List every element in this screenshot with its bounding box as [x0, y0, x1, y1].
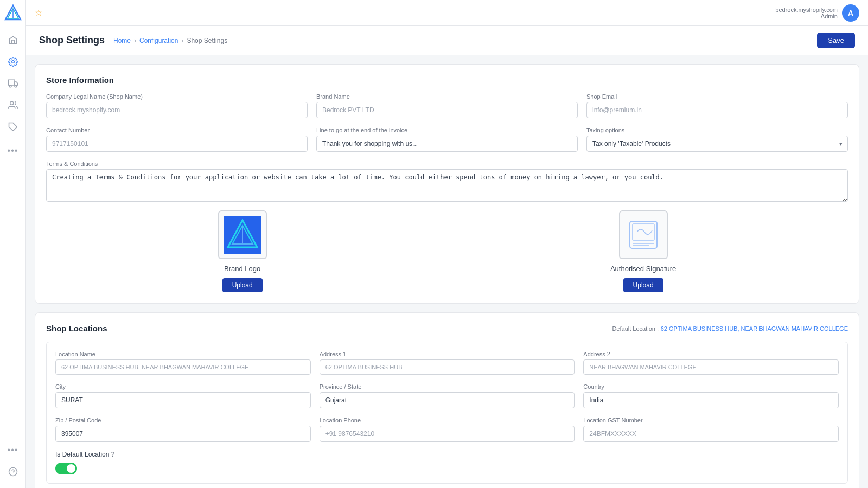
- locations-title: Shop Locations: [46, 324, 107, 333]
- authorised-sig-upload-button[interactable]: Upload: [623, 278, 663, 292]
- company-name-group: Company Legal Name (Shop Name): [46, 93, 308, 118]
- topbar-left: ☆: [35, 8, 42, 18]
- location-gst-group: Location GST Number: [583, 417, 839, 442]
- shop-email-input[interactable]: [586, 102, 848, 118]
- terms-label: Terms & Conditions: [46, 160, 848, 167]
- authorised-sig-label: Authorised Signature: [610, 265, 676, 273]
- store-info-title: Store Information: [46, 75, 848, 85]
- sidebar-item-help[interactable]: [3, 462, 23, 481]
- brand-logo-preview: [218, 210, 267, 259]
- terms-group: Terms & Conditions Creating a Terms & Co…: [46, 160, 848, 202]
- svg-point-3: [11, 61, 14, 63]
- terms-textarea[interactable]: Creating a Terms & Conditions for your a…: [46, 169, 848, 202]
- breadcrumb-current: Shop Settings: [187, 37, 227, 44]
- avatar[interactable]: A: [842, 4, 859, 22]
- location-name-input[interactable]: [55, 359, 311, 375]
- contact-label: Contact Number: [46, 127, 308, 133]
- address1-label: Address 1: [320, 351, 575, 357]
- location-phone-group: Location Phone: [320, 417, 575, 442]
- contact-group: Contact Number: [46, 127, 308, 152]
- store-info-card: Store Information Company Legal Name (Sh…: [35, 64, 859, 304]
- save-button[interactable]: Save: [817, 33, 855, 48]
- address1-input[interactable]: [320, 359, 575, 375]
- address2-label: Address 2: [583, 351, 839, 357]
- breadcrumb-sep-1: ›: [134, 37, 136, 44]
- zip-group: Zip / Postal Code: [55, 417, 311, 442]
- country-label: Country: [583, 383, 839, 390]
- default-location-toggle[interactable]: [55, 463, 77, 474]
- topbar-right: bedrock.myshopify.com Admin A: [775, 4, 859, 22]
- location-phone-input[interactable]: [320, 426, 575, 442]
- address1-group: Address 1: [320, 351, 575, 375]
- sidebar-item-people[interactable]: [3, 95, 23, 115]
- location-row-1: Location Name Address 1 Address 2: [55, 351, 839, 375]
- company-name-input[interactable]: [46, 102, 308, 118]
- address2-group: Address 2: [583, 351, 839, 375]
- form-row-3: Terms & Conditions Creating a Terms & Co…: [46, 160, 848, 202]
- location-gst-input[interactable]: [583, 426, 839, 442]
- svg-point-7: [15, 85, 17, 87]
- city-input[interactable]: [55, 392, 311, 408]
- topbar: ☆ bedrock.myshopify.com Admin A: [26, 0, 868, 26]
- shop-email-label: Shop Email: [586, 93, 848, 100]
- brand-logo-upload-button[interactable]: Upload: [222, 278, 263, 292]
- svg-rect-17: [630, 221, 657, 248]
- app-logo[interactable]: [4, 4, 22, 22]
- default-location-toggle-label: Is Default Location ?: [55, 451, 114, 458]
- brand-name-label: Brand Name: [316, 93, 578, 100]
- page-title: Shop Settings: [39, 35, 105, 46]
- location-row-3: Zip / Postal Code Location Phone Locatio…: [55, 417, 839, 442]
- toggle-slider: [55, 463, 77, 474]
- address2-input[interactable]: [583, 359, 839, 375]
- country-input[interactable]: [583, 392, 839, 408]
- favorite-icon[interactable]: ☆: [35, 8, 42, 18]
- contact-input[interactable]: [46, 136, 308, 152]
- province-label: Province / State: [320, 383, 575, 390]
- sidebar-item-settings[interactable]: [3, 52, 23, 72]
- breadcrumb: Home › Configuration › Shop Settings: [113, 37, 227, 44]
- form-row-1: Company Legal Name (Shop Name) Brand Nam…: [46, 93, 848, 118]
- user-info: bedrock.myshopify.com Admin: [775, 7, 838, 20]
- shop-email-group: Shop Email: [586, 93, 848, 118]
- city-label: City: [55, 383, 311, 390]
- sidebar: ••• •••: [0, 0, 26, 488]
- svg-rect-4: [8, 80, 14, 85]
- taxing-select-wrapper: Tax only 'Taxable' Products: [586, 136, 848, 152]
- invoice-line-input[interactable]: [316, 136, 578, 152]
- taxing-label: Taxing options: [586, 127, 848, 133]
- brand-name-group: Brand Name: [316, 93, 578, 118]
- breadcrumb-config[interactable]: Configuration: [139, 37, 178, 44]
- authorised-sig-upload-item: Authorised Signature Upload: [610, 210, 676, 292]
- toggle-container: [55, 463, 839, 474]
- brand-name-input[interactable]: [316, 102, 578, 118]
- taxing-select[interactable]: Tax only 'Taxable' Products: [586, 136, 848, 152]
- zip-input[interactable]: [55, 426, 311, 442]
- location-gst-label: Location GST Number: [583, 417, 839, 423]
- sidebar-item-tags[interactable]: [3, 117, 23, 137]
- shop-locations-card: Shop Locations Default Location : 62 OPT…: [35, 312, 859, 488]
- province-input[interactable]: [320, 392, 575, 408]
- svg-point-6: [9, 85, 11, 87]
- location-phone-label: Location Phone: [320, 417, 575, 423]
- location-name-label: Location Name: [55, 351, 311, 357]
- svg-point-8: [10, 101, 13, 105]
- zip-label: Zip / Postal Code: [55, 417, 311, 423]
- svg-marker-5: [15, 82, 17, 85]
- sidebar-item-more-top[interactable]: •••: [3, 141, 23, 160]
- breadcrumb-home[interactable]: Home: [113, 37, 131, 44]
- user-role: Admin: [775, 13, 838, 20]
- brand-logo-label: Brand Logo: [224, 265, 260, 273]
- country-group: Country: [583, 383, 839, 408]
- locations-header: Shop Locations Default Location : 62 OPT…: [46, 324, 848, 333]
- location-row-2: City Province / State Country: [55, 383, 839, 408]
- authorised-sig-preview: [619, 210, 668, 259]
- sidebar-item-more-bottom[interactable]: •••: [3, 440, 23, 460]
- locations-form: Location Name Address 1 Address 2 City: [46, 342, 848, 484]
- page-header: Shop Settings Home › Configuration › Sho…: [26, 26, 868, 55]
- sidebar-item-home[interactable]: [3, 30, 23, 50]
- location-name-group: Location Name: [55, 351, 311, 375]
- province-group: Province / State: [320, 383, 575, 408]
- invoice-line-group: Line to go at the end of the invoice: [316, 127, 578, 152]
- city-group: City: [55, 383, 311, 408]
- sidebar-item-delivery[interactable]: [3, 74, 23, 93]
